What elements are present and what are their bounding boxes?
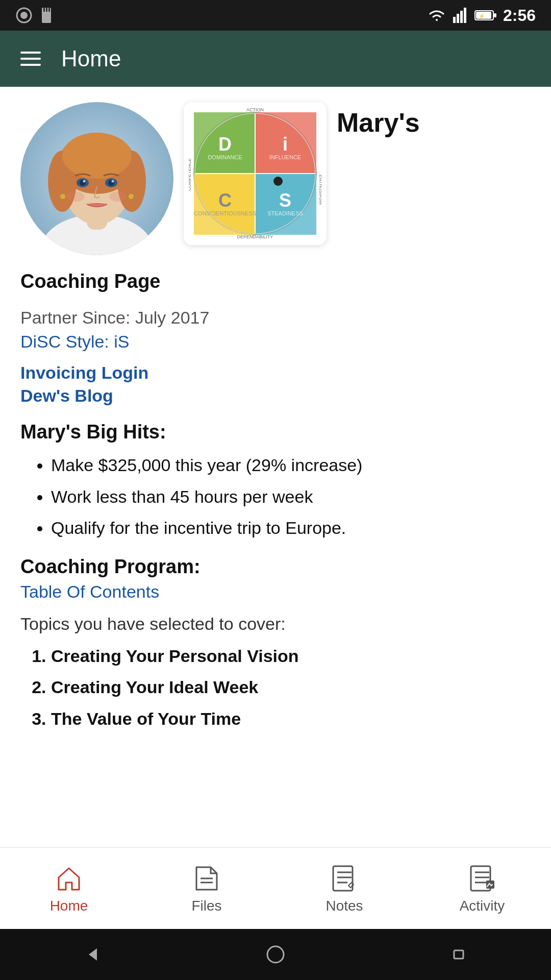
svg-text:i: i	[283, 134, 288, 155]
nav-item-notes[interactable]: Notes	[276, 863, 413, 914]
profile-name: Mary's	[337, 108, 420, 137]
recents-button[interactable]	[444, 939, 474, 970]
svg-text:C: C	[218, 190, 232, 211]
svg-text:⚡: ⚡	[479, 13, 485, 19]
svg-text:S: S	[279, 190, 291, 211]
battery-icon: ⚡	[474, 9, 497, 21]
svg-marker-62	[89, 948, 97, 961]
notes-icon	[329, 863, 360, 894]
profile-avatar-svg	[20, 102, 173, 255]
big-hits-title: Mary's Big Hits:	[20, 421, 531, 443]
coaching-page-block: Coaching Page Partner Since: July 2017 D…	[20, 271, 531, 406]
svg-text:DEPENDABILITY: DEPENDABILITY	[237, 234, 273, 239]
status-time: 2:56	[503, 6, 536, 25]
back-icon	[82, 944, 102, 965]
nav-label-notes: Notes	[325, 898, 363, 914]
svg-rect-9	[464, 8, 466, 23]
status-bar: ⚡ 2:56	[0, 0, 551, 31]
coaching-page-title: Coaching Page	[20, 271, 531, 292]
status-right-icons: ⚡ 2:56	[427, 6, 536, 25]
files-icon	[191, 863, 222, 894]
big-hits-item-1: Make $325,000 this year (29% increase)	[51, 453, 531, 478]
svg-text:ENTHUSIASM: ENTHUSIASM	[318, 175, 321, 205]
activity-icon	[467, 863, 497, 894]
svg-point-1	[20, 12, 28, 19]
big-hits-list: Make $325,000 this year (29% increase) W…	[20, 453, 531, 541]
svg-text:INFLUENCE: INFLUENCE	[269, 154, 301, 160]
nav-label-files: Files	[191, 898, 221, 914]
profile-name-section: Mary's	[337, 102, 531, 138]
svg-point-49	[273, 177, 283, 186]
topics-list: Creating Your Personal Vision Creating Y…	[20, 644, 531, 731]
topic-item-2: Creating Your Ideal Week	[51, 675, 531, 700]
big-hits-item-3: Qualify for the incentive trip to Europe…	[51, 516, 531, 541]
svg-rect-11	[494, 13, 496, 17]
nav-label-home: Home	[50, 898, 88, 914]
page-title: Home	[61, 46, 121, 71]
svg-point-30	[109, 191, 128, 202]
home-icon	[54, 863, 84, 894]
svg-rect-8	[460, 11, 463, 23]
disc-chart-svg: D i C S DOMINANCE INFLUENCE CONSCIENTIOU…	[189, 107, 321, 240]
nav-item-home[interactable]: Home	[0, 863, 138, 914]
svg-point-28	[112, 180, 114, 183]
svg-rect-64	[454, 950, 463, 959]
svg-rect-7	[457, 14, 459, 23]
svg-text:DOMINANCE: DOMINANCE	[208, 154, 242, 160]
svg-rect-5	[48, 8, 50, 12]
svg-text:STEADINESS: STEADINESS	[267, 210, 303, 216]
svg-rect-3	[43, 8, 45, 12]
home-circle-icon	[265, 944, 286, 965]
topic-item-3: The Value of Your Time	[51, 707, 531, 731]
topic-item-1: Creating Your Personal Vision	[51, 644, 531, 669]
disc-chart: D i C S DOMINANCE INFLUENCE CONSCIENTIOU…	[184, 102, 327, 245]
wifi-icon	[427, 8, 447, 23]
table-of-contents-link[interactable]: Table Of Contents	[20, 582, 531, 602]
svg-point-29	[66, 191, 85, 202]
svg-text:COMPETENCE: COMPETENCE	[189, 158, 192, 191]
topics-intro: Topics you have selected to cover:	[20, 614, 531, 634]
nav-item-files[interactable]: Files	[138, 863, 276, 914]
status-icon-2	[39, 7, 56, 24]
coaching-program-section: Coaching Program: Table Of Contents Topi…	[20, 556, 531, 731]
disc-style-link[interactable]: DiSC Style: iS	[20, 332, 531, 352]
back-button[interactable]	[77, 939, 107, 970]
svg-point-22	[62, 133, 132, 179]
nav-label-activity: Activity	[460, 898, 505, 914]
svg-point-32	[129, 194, 134, 199]
big-hits-section: Mary's Big Hits: Make $325,000 this year…	[20, 421, 531, 541]
bottom-nav: Home Files Notes	[0, 847, 551, 929]
main-content: D i C S DOMINANCE INFLUENCE CONSCIENTIOU…	[0, 87, 551, 847]
top-app-bar: Home	[0, 31, 551, 87]
profile-section: D i C S DOMINANCE INFLUENCE CONSCIENTIOU…	[20, 102, 531, 255]
svg-text:CONSCIENTIOUSNESS: CONSCIENTIOUSNESS	[194, 210, 256, 216]
home-button[interactable]	[260, 939, 291, 970]
nav-item-activity[interactable]: Activity	[413, 863, 551, 914]
svg-rect-4	[46, 8, 47, 12]
svg-point-63	[267, 946, 284, 963]
status-left-icons	[15, 7, 56, 24]
dews-blog-link[interactable]: Dew's Blog	[20, 386, 531, 406]
svg-rect-6	[453, 17, 456, 23]
coaching-program-label: Coaching Program:	[20, 556, 531, 578]
android-nav-bar	[0, 929, 551, 980]
profile-photo	[20, 102, 173, 255]
hamburger-menu[interactable]	[20, 52, 41, 66]
svg-point-31	[60, 194, 65, 199]
big-hits-item-2: Work less than 45 hours per week	[51, 485, 531, 509]
svg-text:D: D	[218, 134, 232, 155]
invoicing-login-link[interactable]: Invoicing Login	[20, 363, 531, 383]
signal-icon	[453, 8, 468, 23]
status-icon-1	[15, 7, 33, 24]
svg-text:ACTION: ACTION	[246, 107, 264, 112]
partner-since: Partner Since: July 2017	[20, 308, 531, 328]
svg-point-27	[83, 180, 86, 183]
recents-icon	[449, 944, 469, 965]
